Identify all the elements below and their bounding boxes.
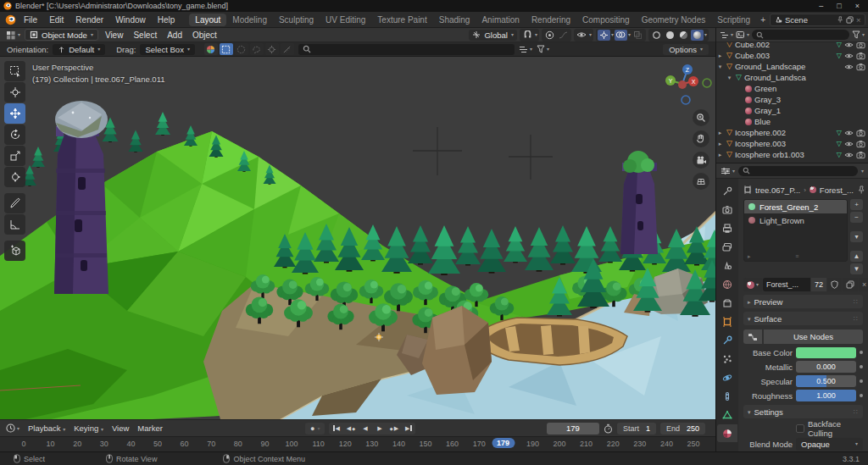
- transform-orientation-selector[interactable]: Global ▾: [469, 30, 516, 41]
- auto-keying-button[interactable]: ●▾: [305, 423, 325, 435]
- material-users-button[interactable]: 72: [811, 278, 826, 291]
- slot-move-up-button[interactable]: ▲: [850, 251, 863, 262]
- tweak-tool-icon[interactable]: [204, 43, 218, 55]
- specular-slider[interactable]: 0.500: [796, 375, 856, 387]
- material-slot-forest-green-2[interactable]: Forest_Green_2: [744, 200, 847, 213]
- properties-editor-type-icon[interactable]: ▾: [721, 167, 735, 175]
- pin-icon[interactable]: [837, 16, 843, 23]
- outliner-row[interactable]: ▸ ▽: [716, 160, 868, 163]
- tool-select-box[interactable]: [4, 61, 25, 81]
- expand-arrow[interactable]: ▸: [716, 152, 724, 158]
- prev-keyframe-button[interactable]: ◀◆: [343, 423, 358, 435]
- filter-funnel-icon[interactable]: ▾: [537, 45, 549, 53]
- backface-culling-checkbox[interactable]: [796, 424, 804, 433]
- animate-dot-icon[interactable]: [860, 365, 863, 368]
- expand-arrow[interactable]: ▾: [716, 64, 724, 70]
- expand-arrow[interactable]: ▾: [726, 75, 733, 81]
- shading-solid-button[interactable]: [664, 30, 676, 41]
- hide-in-viewport-icon[interactable]: [844, 129, 854, 137]
- cursor-tool-icon[interactable]: [265, 43, 279, 55]
- slot-specials-button[interactable]: ▾: [850, 231, 863, 242]
- viewport-menu-add[interactable]: Add: [162, 30, 187, 41]
- object-visibility-icon[interactable]: [576, 30, 588, 41]
- outliner-row[interactable]: ▾ ▽Ground_Landscape: [716, 61, 868, 72]
- properties-tab-render[interactable]: [717, 201, 737, 219]
- copy-material-icon[interactable]: [843, 278, 858, 291]
- viewport-menu-view[interactable]: View: [100, 30, 129, 41]
- perspective-toggle-icon[interactable]: [693, 173, 709, 190]
- outliner-row[interactable]: ▽Cube.002 ▽: [716, 42, 868, 50]
- surface-panel-header[interactable]: ▾ Surface ∷: [743, 312, 863, 325]
- properties-tab-collection[interactable]: [717, 294, 737, 312]
- blend-mode-dropdown[interactable]: Opaque ▾: [796, 438, 863, 451]
- outliner-row[interactable]: Gray_1: [716, 105, 868, 116]
- tool-cursor[interactable]: [4, 82, 25, 102]
- outliner-row[interactable]: Gray_3: [716, 94, 868, 105]
- outliner-row[interactable]: ▸ ▽Icosphere.003 ▽: [716, 138, 868, 149]
- shading-rendered-button[interactable]: [691, 30, 704, 41]
- expand-arrow[interactable]: ▸: [716, 53, 724, 59]
- workspace-tab-sculpting[interactable]: Sculpting: [273, 14, 320, 26]
- properties-search-input[interactable]: [738, 166, 858, 176]
- workspace-tab-shading[interactable]: Shading: [433, 14, 476, 26]
- scene-selector[interactable]: Scene ×: [770, 14, 865, 26]
- menu-file[interactable]: File: [18, 14, 43, 26]
- properties-tab-scene[interactable]: [717, 257, 737, 274]
- properties-tab-output[interactable]: [717, 219, 737, 237]
- breadcrumb-object[interactable]: tree.067_P...: [755, 185, 800, 195]
- timeline-menu-keying[interactable]: Keying ▾: [70, 423, 108, 434]
- hide-in-viewport-icon[interactable]: [844, 42, 854, 49]
- properties-tab-material[interactable]: [717, 424, 737, 442]
- animate-dot-icon[interactable]: [860, 379, 863, 383]
- minimize-button[interactable]: –: [819, 2, 823, 10]
- outliner-row[interactable]: Green: [716, 83, 868, 94]
- properties-tab-object[interactable]: [717, 313, 737, 330]
- frame-start-field[interactable]: Start1: [617, 423, 656, 435]
- outliner-search-input[interactable]: [752, 30, 849, 40]
- tool-add-cube[interactable]: [4, 241, 25, 261]
- hide-in-viewport-icon[interactable]: [844, 63, 854, 71]
- tool-move[interactable]: [4, 103, 25, 124]
- outliner-filter-icon[interactable]: ▾: [852, 30, 865, 39]
- select-lasso-tool-icon[interactable]: [250, 43, 264, 55]
- frame-end-field[interactable]: End250: [660, 423, 705, 435]
- properties-tab-view-layer[interactable]: [717, 238, 737, 256]
- outliner-row[interactable]: ▸ ▽Icosphere.002 ▽: [716, 127, 868, 138]
- visibility-controls[interactable]: ▾: [574, 29, 593, 42]
- shading-material-button[interactable]: [677, 30, 690, 41]
- outliner-row[interactable]: ▸ ▽Cube.003 ▽: [716, 50, 868, 61]
- tool-transform[interactable]: [4, 167, 25, 187]
- close-button[interactable]: ×: [855, 2, 860, 10]
- properties-tab-modifiers[interactable]: [717, 331, 737, 349]
- pan-hand-icon[interactable]: [693, 130, 709, 147]
- viewport-menu-select[interactable]: Select: [128, 30, 162, 41]
- outliner-row[interactable]: Blue: [716, 116, 868, 127]
- tool-annotate[interactable]: [4, 193, 25, 213]
- timeline-editor-type-icon[interactable]: ▾: [3, 423, 22, 433]
- properties-tab-object-data[interactable]: [717, 406, 737, 423]
- timeline-playhead[interactable]: 179: [492, 438, 515, 448]
- slot-move-down-button[interactable]: ▼: [850, 263, 863, 274]
- menu-render[interactable]: Render: [70, 14, 109, 26]
- workspace-tab-scripting[interactable]: Scripting: [711, 14, 756, 26]
- properties-tab-world[interactable]: [717, 275, 737, 293]
- timeline-ruler[interactable]: 0102030405060708090100110120130140150160…: [0, 436, 715, 451]
- workspace-tab-animation[interactable]: Animation: [476, 14, 525, 26]
- fake-user-shield-icon[interactable]: [827, 278, 842, 291]
- jump-to-end-button[interactable]: ▶: [401, 423, 415, 435]
- current-frame-field[interactable]: 179: [547, 423, 599, 435]
- navigation-gizmo[interactable]: Z Y X: [659, 64, 714, 108]
- disable-in-renders-icon[interactable]: [856, 42, 865, 49]
- add-workspace-tab[interactable]: +: [756, 14, 770, 26]
- workspace-tab-modeling[interactable]: Modeling: [226, 14, 273, 26]
- breadcrumb-material[interactable]: Forest_...: [820, 185, 854, 195]
- maximize-button[interactable]: □: [837, 2, 841, 10]
- viewport-3d[interactable]: User Perspective (179) Collection | tree…: [0, 57, 715, 419]
- select-box-tool-icon[interactable]: [220, 43, 233, 55]
- outliner-row[interactable]: ▸ ▽Icosphere orb1.003 ▽: [716, 149, 868, 160]
- workspace-tab-geometry-nodes[interactable]: Geometry Nodes: [636, 14, 712, 26]
- roughness-slider[interactable]: 1.000: [796, 390, 856, 401]
- zoom-icon[interactable]: [693, 109, 709, 126]
- pin-icon[interactable]: [857, 185, 865, 194]
- filter-list-icon[interactable]: ▾: [519, 46, 532, 53]
